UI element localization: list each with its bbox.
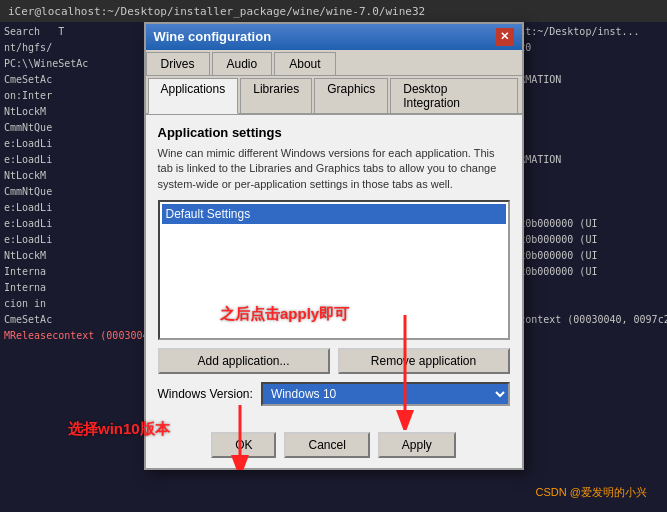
version-select-wrapper: Windows 10 Windows 7 Windows XP Windows …	[261, 382, 510, 406]
version-row: Windows Version: Windows 10 Windows 7 Wi…	[158, 382, 510, 406]
dialog-titlebar: Wine configuration ✕	[146, 24, 522, 50]
version-label: Windows Version:	[158, 387, 253, 401]
description-text: Wine can mimic different Windows version…	[158, 146, 510, 192]
dialog-title: Wine configuration	[154, 29, 272, 44]
tab-desktop-integration[interactable]: Desktop Integration	[390, 78, 517, 113]
apply-button[interactable]: Apply	[378, 432, 456, 458]
remove-application-button[interactable]: Remove application	[338, 348, 510, 374]
dialog-footer: OK Cancel Apply	[146, 424, 522, 468]
tab-drives[interactable]: Drives	[146, 52, 210, 75]
cancel-button[interactable]: Cancel	[284, 432, 369, 458]
tab-libraries[interactable]: Libraries	[240, 78, 312, 113]
wine-dialog: Wine configuration ✕ Drives Audio About …	[144, 22, 524, 470]
tab-applications[interactable]: Applications	[148, 78, 239, 114]
app-list-item-default[interactable]: Default Settings	[162, 204, 506, 224]
tabs-row-2: Applications Libraries Graphics Desktop …	[146, 76, 522, 115]
section-title: Application settings	[158, 125, 510, 140]
dialog-content: Application settings Wine can mimic diff…	[146, 115, 522, 424]
tab-about[interactable]: About	[274, 52, 335, 75]
add-remove-buttons: Add application... Remove application	[158, 348, 510, 374]
dialog-close-button[interactable]: ✕	[496, 28, 514, 46]
version-select[interactable]: Windows 10 Windows 7 Windows XP Windows …	[261, 382, 510, 406]
dialog-overlay: Wine configuration ✕ Drives Audio About …	[0, 0, 667, 512]
app-list[interactable]: Default Settings	[158, 200, 510, 340]
ok-button[interactable]: OK	[211, 432, 276, 458]
tab-audio[interactable]: Audio	[212, 52, 273, 75]
add-application-button[interactable]: Add application...	[158, 348, 330, 374]
tabs-row-1: Drives Audio About	[146, 50, 522, 76]
tab-graphics[interactable]: Graphics	[314, 78, 388, 113]
